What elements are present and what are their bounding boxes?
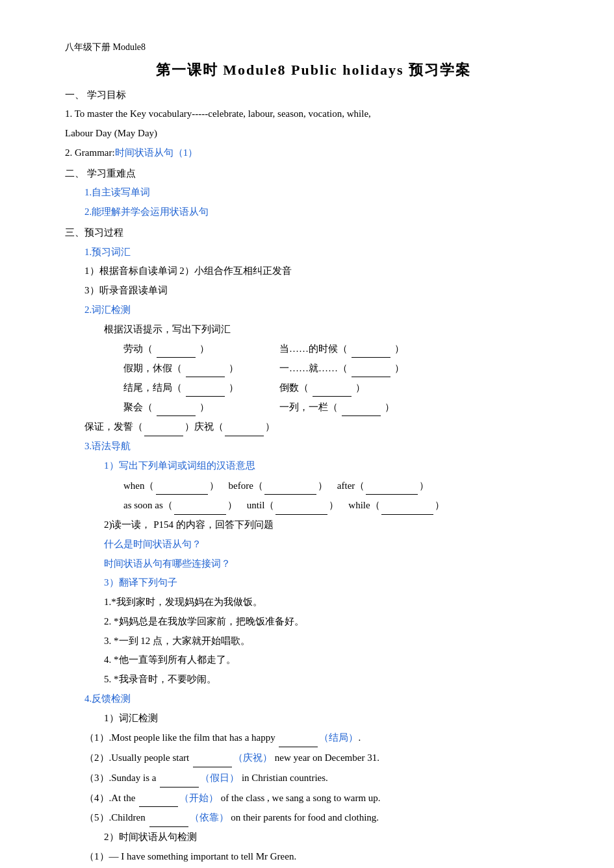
vocab-row-1: 劳动（ ） 当……的时候（ ）: [65, 340, 562, 358]
trans-3: 3. *一到 12 点，大家就开始唱歌。: [65, 632, 562, 651]
vocab-item-4a: 聚会（ ）: [123, 398, 253, 416]
s3-feedback-sub2: 2）时间状语从句检测: [65, 828, 562, 847]
vocab-item-1b: 当……的时候（ ）: [279, 340, 409, 358]
s3-feedback-sub1: 1）词汇检测: [65, 710, 562, 728]
section-1-heading: 一、 学习目标: [65, 86, 562, 105]
s3-grammar-heading: 3.语法导航: [65, 438, 562, 456]
vocab-item-3b: 倒数（ ）: [279, 378, 409, 397]
s2-item2: 2.能理解并学会运用状语从句: [65, 203, 562, 221]
section-2-heading: 二、 学习重难点: [65, 165, 562, 183]
vocab-item-3a: 结尾，结局（ ）: [123, 378, 253, 397]
s3-translate-heading: 3）翻译下列句子: [65, 574, 562, 592]
dialogue-1a: （1）— I have something important to tell …: [65, 848, 562, 866]
s3-vocab-test-heading: 2.词汇检测: [65, 301, 562, 319]
vocab-row-2: 假期，休假（ ） 一……就……（ ）: [65, 359, 562, 377]
s2-item1: 1.自主读写单词: [65, 184, 562, 202]
section-3-heading: 三、预习过程: [65, 224, 562, 242]
s3-vocab-step2: 3）听录音跟读单词: [65, 282, 562, 300]
grammar-row-1: when（ ） before（ ） after（ ）: [65, 477, 562, 495]
grammar-row-2: as soon as（ ） until（ ） while（ ）: [65, 496, 562, 515]
s3-grammar-q1: 什么是时间状语从句？: [65, 536, 562, 554]
vocab-item-1a: 劳动（ ）: [123, 340, 253, 358]
trans-1: 1.*我到家时，发现妈妈在为我做饭。: [65, 593, 562, 612]
s3-grammar-q2: 时间状语从句有哪些连接词？: [65, 555, 562, 573]
vocab-item-4b: 一列，一栏（ ）: [279, 398, 409, 416]
s3-grammar-sub1: 1）写出下列单词或词组的汉语意思: [65, 457, 562, 475]
feedback-1: （1）.Most people like the film that has a…: [65, 728, 562, 747]
vocab-row-4: 聚会（ ） 一列，一栏（ ）: [65, 398, 562, 416]
vocab-instruction: 根据汉语提示，写出下列词汇: [65, 321, 562, 339]
s3-feedback-heading: 4.反馈检测: [65, 690, 562, 708]
s1-item1b: Labour Day (May Day): [65, 125, 562, 143]
s1-item1: 1. To master the Key vocabulary-----cele…: [65, 105, 562, 123]
vocab-item-2a: 假期，休假（ ）: [123, 359, 253, 377]
s3-vocab-step1: 1）根据音标自读单词 2）小组合作互相纠正发音: [65, 262, 562, 280]
s1-item2: 2. Grammar:时间状语从句（1）: [65, 144, 562, 162]
s3-vocab-extra: 保证，发誓（ ）庆祝（ ）: [65, 417, 562, 436]
vocab-row-3: 结尾，结局（ ） 倒数（ ）: [65, 378, 562, 397]
s3-grammar-read: 2)读一读， P154 的内容，回答下列问题: [65, 516, 562, 534]
trans-5: 5. *我录音时，不要吵闹。: [65, 671, 562, 689]
feedback-4: （4）.At the （开始） of the class , we sang a…: [65, 789, 562, 808]
trans-4: 4. *他一直等到所有人都走了。: [65, 651, 562, 669]
vocab-item-2b: 一……就……（ ）: [279, 359, 409, 377]
doc-header: 八年级下册 Module8 第一课时 Module8 Public holida…: [65, 39, 562, 84]
feedback-2: （2）.Usually people start （庆祝） new year o…: [65, 749, 562, 767]
feedback-3: （3）.Sunday is a （假日） in Christian countr…: [65, 769, 562, 787]
feedback-5: （5）.Children （依靠） on their parents for f…: [65, 808, 562, 827]
doc-title: 第一课时 Module8 Public holidays 预习学案: [65, 57, 562, 84]
trans-2: 2. *妈妈总是在我放学回家前，把晚饭准备好。: [65, 613, 562, 631]
s3-vocab-heading: 1.预习词汇: [65, 243, 562, 262]
grade-label: 八年级下册 Module8: [65, 39, 562, 56]
